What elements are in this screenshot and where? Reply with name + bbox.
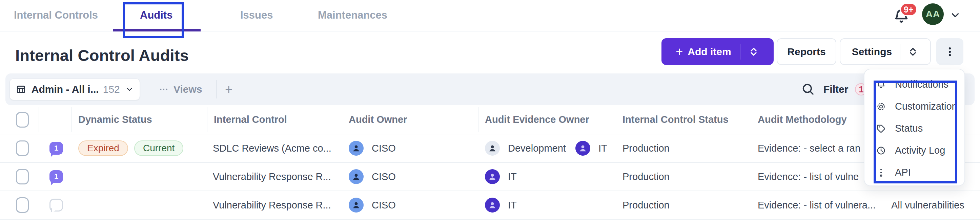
table-view-icon — [16, 84, 26, 95]
owner-label: IT — [598, 143, 607, 154]
owner-label: IT — [508, 171, 517, 182]
column-divider — [751, 107, 751, 132]
filter-button[interactable]: Filter 1 — [823, 73, 867, 105]
audit-evidence-owner-cell: IT — [485, 198, 517, 212]
internal-control-audits-page: Internal Controls Audits Issues Maintena… — [0, 0, 980, 222]
more-options-menu: Notifications Customization Status Activ… — [864, 69, 965, 186]
menu-item-label: Activity Log — [895, 145, 945, 156]
settings-label: Settings — [852, 46, 892, 57]
audit-methodology-cell: Evidence: - select a ran — [758, 143, 861, 154]
column-header-dynamic-status[interactable]: Dynamic Status — [78, 105, 152, 134]
settings-dropdown-icon[interactable] — [907, 46, 919, 57]
menu-item-label: Status — [895, 123, 923, 134]
column-divider — [478, 107, 479, 132]
toolbar-divider — [149, 80, 149, 98]
row-checkbox[interactable] — [16, 140, 29, 156]
person-icon — [575, 141, 590, 156]
menu-item-activity-log[interactable]: Activity Log — [864, 140, 964, 162]
menu-item-label: Notifications — [895, 79, 948, 90]
reports-label: Reports — [787, 46, 826, 57]
tab-issues[interactable]: Issues — [240, 0, 273, 32]
bell-icon — [876, 79, 886, 90]
internal-control-status-cell: Production — [622, 171, 670, 182]
audit-methodology-cell: Evidence: - list of vulnera... — [758, 200, 876, 211]
view-chevron-down-icon — [126, 85, 134, 94]
menu-item-notifications[interactable]: Notifications — [864, 73, 964, 95]
table-row[interactable]: Vulnerability Response R... CISO IT Prod… — [0, 191, 980, 220]
owner-label: CISO — [372, 200, 396, 211]
reports-button[interactable]: Reports — [777, 38, 836, 65]
internal-control-cell[interactable]: SDLC Reviews (Acme co... — [213, 143, 331, 154]
clock-icon — [876, 146, 886, 156]
person-icon — [485, 198, 500, 212]
menu-item-customization[interactable]: Customization — [864, 95, 964, 117]
dynamic-status-cell: ExpiredCurrent — [78, 140, 189, 156]
add-item-dropdown-icon[interactable] — [748, 46, 759, 57]
owner-label: CISO — [372, 143, 396, 154]
comment-bubble-badge[interactable]: 1 — [49, 170, 63, 183]
table-row[interactable]: 1 Vulnerability Response R... CISO IT Pr… — [0, 163, 980, 191]
tab-maintenances[interactable]: Maintenances — [318, 0, 387, 32]
add-view-button[interactable]: + — [225, 73, 232, 105]
api-icon — [876, 168, 886, 178]
extra-column-cell: All vulnerabilities — [891, 200, 964, 211]
kebab-icon — [944, 46, 956, 57]
owner-label: IT — [508, 200, 517, 211]
top-navigation: Internal Controls Audits Issues Maintena… — [0, 0, 980, 32]
menu-item-api[interactable]: API — [864, 162, 964, 184]
row-checkbox[interactable] — [16, 197, 29, 213]
view-selector[interactable]: Admin - All i... 152 — [10, 79, 140, 100]
comment-bubble-icon[interactable] — [49, 199, 63, 211]
column-divider — [207, 107, 207, 132]
filter-label: Filter — [823, 84, 848, 95]
column-header-internal-control-status[interactable]: Internal Control Status — [622, 105, 729, 134]
internal-control-cell[interactable]: Vulnerability Response R... — [213, 200, 331, 211]
audit-evidence-owner-cell: Development IT — [485, 141, 607, 156]
row-checkbox[interactable] — [16, 169, 29, 184]
settings-button[interactable]: Settings — [840, 38, 931, 65]
menu-item-label: Customization — [895, 101, 957, 112]
column-header-audit-owner[interactable]: Audit Owner — [349, 105, 407, 134]
audit-owner-cell: CISO — [349, 169, 396, 184]
audit-owner-cell: CISO — [349, 198, 396, 212]
select-all-checkbox[interactable] — [16, 112, 29, 128]
table-row[interactable]: 1 ExpiredCurrent SDLC Reviews (Acme co..… — [0, 134, 980, 163]
table-toolbar: Admin - All i... 152 Views + Filter 1 — [5, 73, 975, 105]
view-count: 152 — [103, 84, 120, 95]
user-avatar[interactable]: AA — [922, 3, 944, 25]
audit-methodology-cell: Evidence: - list of vulne — [758, 171, 859, 182]
column-header-audit-methodology[interactable]: Audit Methodology — [758, 105, 847, 134]
more-options-button[interactable] — [936, 38, 963, 65]
add-item-button[interactable]: + Add item — [662, 38, 774, 65]
person-icon — [485, 169, 500, 184]
internal-control-status-cell: Production — [622, 143, 670, 154]
column-divider — [616, 107, 616, 132]
ellipsis-icon — [159, 84, 169, 94]
menu-item-label: API — [895, 167, 911, 178]
search-icon[interactable] — [801, 82, 815, 96]
internal-control-cell[interactable]: Vulnerability Response R... — [213, 171, 331, 182]
notification-count-badge: 9+ — [900, 3, 917, 16]
views-button[interactable]: Views — [159, 73, 202, 105]
gear-icon — [876, 101, 886, 112]
page-title: Internal Control Audits — [15, 46, 189, 65]
status-chip-current: Current — [134, 140, 183, 156]
comment-bubble-badge[interactable]: 1 — [49, 142, 63, 155]
status-chip-expired: Expired — [78, 140, 128, 156]
column-header-internal-control[interactable]: Internal Control — [214, 105, 287, 134]
account-chevron-down-icon[interactable] — [950, 10, 961, 21]
menu-item-status[interactable]: Status — [864, 117, 964, 140]
column-header-audit-evidence-owner[interactable]: Audit Evidence Owner — [485, 105, 589, 134]
views-label: Views — [173, 84, 202, 95]
audit-evidence-owner-cell: IT — [485, 169, 517, 184]
tag-icon — [876, 124, 886, 134]
active-tab-underline — [113, 29, 200, 32]
person-icon — [485, 141, 500, 156]
view-name: Admin - All i... — [32, 84, 99, 95]
add-item-label: Add item — [687, 46, 731, 57]
person-icon — [349, 198, 364, 212]
column-divider — [342, 107, 342, 132]
tab-audits[interactable]: Audits — [140, 0, 172, 32]
table-header: Dynamic Status Internal Control Audit Ow… — [0, 105, 980, 134]
tab-internal-controls[interactable]: Internal Controls — [14, 0, 98, 32]
